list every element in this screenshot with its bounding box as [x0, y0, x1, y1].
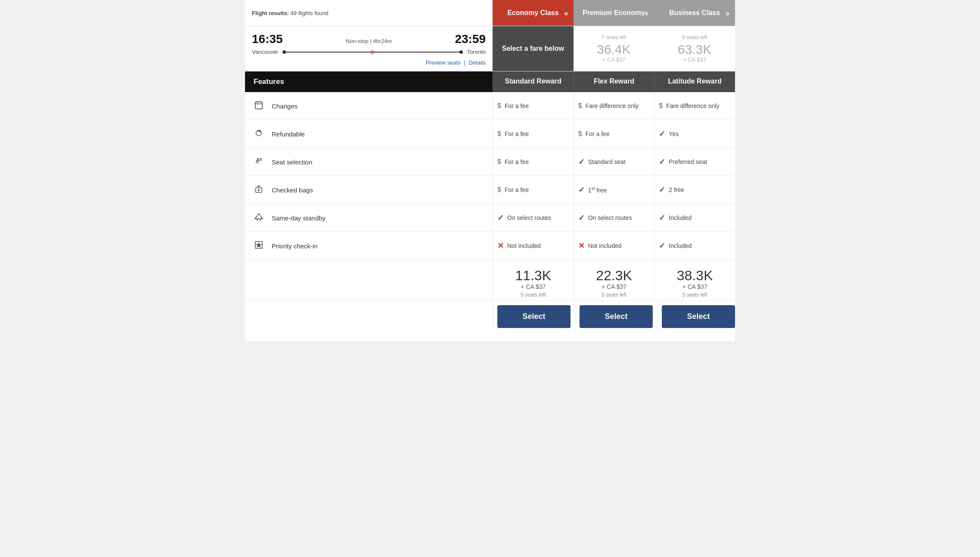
feature-cell-icon-2-2: ✓	[659, 157, 665, 167]
class-header-premium[interactable]: Premium Economy ⬦	[574, 0, 654, 26]
price-cell-standard: 11.3K + CA $37 5 seats left	[493, 260, 574, 300]
feature-cell-text-0-1: Fare difference only	[586, 102, 639, 109]
arrive-time: 23:59	[455, 32, 486, 46]
premium-seats-left: 7 seats left	[597, 34, 630, 40]
link-separator: |	[464, 59, 465, 66]
standard-seats-note: 5 seats left	[497, 292, 569, 298]
feature-cell-icon-5-2: ✓	[659, 241, 665, 251]
business-class-label: Business Class	[669, 9, 720, 17]
feature-cell-icon-5-1: ✕	[578, 241, 585, 251]
canada-logo-icon: ⊕	[370, 49, 375, 56]
feature-cell-2-0: $ For a fee	[493, 148, 574, 176]
fare-top-premium: 7 seats left 36.4K + CA $37	[574, 26, 654, 71]
depart-time: 16:35	[252, 32, 283, 46]
select-cell-latitude: Select	[657, 301, 739, 332]
business-seats-left: 8 seats left	[678, 34, 711, 40]
feature-cell-text-4-1: On select routes	[588, 214, 632, 221]
flight-route: Vancouver ⊕ Toronto	[252, 49, 486, 55]
feature-cell-text-5-0: Not included	[507, 242, 541, 249]
flex-plus-ca: + CA $37	[578, 283, 650, 290]
feature-label-text-4: Same-day standby	[272, 214, 326, 222]
premium-price-main: 36.4K	[597, 42, 630, 56]
economy-dropdown-arrow[interactable]: ⬦	[564, 9, 568, 18]
business-dropdown-arrow[interactable]: ⬦	[725, 9, 730, 18]
feature-cell-icon-4-1: ✓	[578, 213, 585, 223]
feature-cell-text-3-0: For a fee	[505, 186, 529, 193]
feature-cell-icon-0-1: $	[578, 102, 582, 110]
flight-details-left: 16:35 Non-stop | 4hr24m 23:59 Vancouver …	[245, 26, 493, 71]
class-header-economy[interactable]: Economy Class ⬦	[493, 0, 574, 26]
feature-icon-5	[252, 240, 266, 252]
feature-cell-text-2-1: Standard seat	[588, 158, 626, 165]
feature-label-text-3: Checked bags	[272, 186, 313, 194]
flex-seats-note: 5 seats left	[578, 292, 650, 298]
fare-top-economy: Select a fare below	[493, 26, 574, 71]
feature-cell-text-3-1: 1st free	[588, 186, 607, 194]
class-header-business[interactable]: Business Class ⬦	[654, 0, 735, 26]
price-row: 11.3K + CA $37 5 seats left 22.3K + CA $…	[245, 260, 735, 301]
route-dot-right	[459, 50, 463, 54]
feature-cell-icon-0-2: $	[659, 102, 663, 110]
feature-icon-2	[252, 156, 266, 168]
feature-cell-3-2: ✓ 2 free	[654, 176, 735, 204]
flight-details-row: 16:35 Non-stop | 4hr24m 23:59 Vancouver …	[245, 26, 735, 71]
feature-cell-0-1: $ Fare difference only	[574, 92, 654, 120]
feature-label-cell-2: Seat selection	[245, 151, 493, 173]
feature-label-cell-1: Refundable	[245, 123, 493, 145]
fare-col-header-latitude: Latitude Reward	[654, 71, 735, 92]
feature-cell-5-1: ✕ Not included	[574, 232, 654, 260]
flight-count: 49 flights found	[291, 10, 329, 16]
feature-cell-icon-4-2: ✓	[659, 213, 665, 223]
route-dot-left	[282, 50, 286, 54]
price-cell-flex: 22.3K + CA $37 5 seats left	[574, 260, 654, 300]
feature-cell-text-3-2: 2 free	[669, 186, 684, 193]
feature-row: Same-day standby ✓ On select routes ✓ On…	[245, 204, 735, 232]
preview-seats-link[interactable]: Preview seats	[426, 59, 461, 66]
feature-label-cell-0: Changes	[245, 95, 493, 117]
feature-cell-icon-3-2: ✓	[659, 185, 665, 195]
feature-label-text-5: Priority check-in	[272, 242, 318, 250]
details-link[interactable]: Details	[468, 59, 486, 66]
economy-class-label: Economy Class	[507, 9, 558, 17]
feature-cell-text-4-2: Included	[669, 214, 692, 221]
fare-col-header-standard: Standard Reward	[493, 71, 574, 92]
feature-cell-text-2-2: Preferred seat	[669, 158, 707, 165]
feature-cell-icon-3-1: ✓	[578, 185, 585, 195]
feature-cell-5-0: ✕ Not included	[493, 232, 574, 260]
feature-cell-2-1: ✓ Standard seat	[574, 148, 654, 176]
feature-cell-0-0: $ For a fee	[493, 92, 574, 120]
feature-cell-icon-4-0: ✓	[497, 213, 504, 223]
select-row: Select Select Select	[245, 301, 735, 341]
flight-times: 16:35 Non-stop | 4hr24m 23:59	[252, 32, 486, 46]
select-button-latitude[interactable]: Select	[662, 305, 735, 328]
premium-dropdown-arrow[interactable]: ⬦	[644, 9, 649, 18]
feature-cell-text-5-1: Not included	[588, 242, 622, 249]
premium-price-sub: + CA $37	[597, 56, 630, 63]
feature-cell-icon-2-1: ✓	[578, 157, 585, 167]
feature-cell-icon-1-1: $	[578, 130, 582, 138]
select-button-standard[interactable]: Select	[497, 305, 571, 328]
feature-row: Checked bags $ For a fee ✓ 1st free ✓ 2 …	[245, 176, 735, 204]
features-header-row: Features Standard Reward Flex Reward Lat…	[245, 71, 735, 92]
origin-city: Vancouver	[252, 49, 278, 55]
feature-icon-4	[252, 212, 266, 224]
price-cell-latitude: 38.3K + CA $37 5 seats left	[654, 260, 735, 300]
feature-cell-1-2: ✓ Yes	[654, 120, 735, 148]
latitude-plus-ca: + CA $37	[659, 283, 731, 290]
feature-cell-text-4-0: On select routes	[507, 214, 551, 221]
latitude-seats-note: 5 seats left	[659, 292, 731, 298]
feature-row: Refundable $ For a fee $ For a fee ✓ Yes	[245, 120, 735, 148]
feature-row: Priority check-in ✕ Not included ✕ Not i…	[245, 232, 735, 260]
preview-links: Preview seats | Details	[252, 58, 486, 68]
header-row: Flight results: 49 flights found Economy…	[245, 0, 735, 26]
standard-plus-ca: + CA $37	[497, 283, 569, 290]
flight-results-info: Flight results: 49 flights found	[245, 6, 493, 21]
feature-cell-1-1: $ For a fee	[574, 120, 654, 148]
feature-row: Changes $ For a fee $ Fare difference on…	[245, 92, 735, 120]
feature-cell-0-2: $ Fare difference only	[654, 92, 735, 120]
standard-points: 11.3K	[497, 269, 569, 282]
feature-cell-text-1-1: For a fee	[586, 130, 610, 137]
business-price-main: 63.3K	[678, 42, 711, 56]
select-button-flex[interactable]: Select	[580, 305, 653, 328]
feature-row: Seat selection $ For a fee ✓ Standard se…	[245, 148, 735, 176]
